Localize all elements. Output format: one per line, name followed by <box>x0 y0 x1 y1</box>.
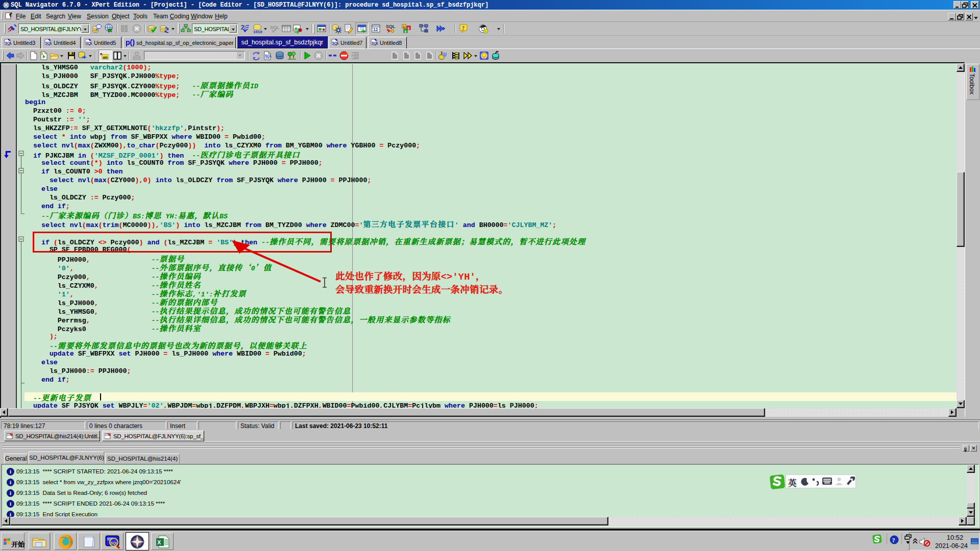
svg-text:?: ? <box>892 537 895 544</box>
svg-text:X: X <box>157 539 161 545</box>
svg-text:SQL: SQL <box>111 541 118 545</box>
